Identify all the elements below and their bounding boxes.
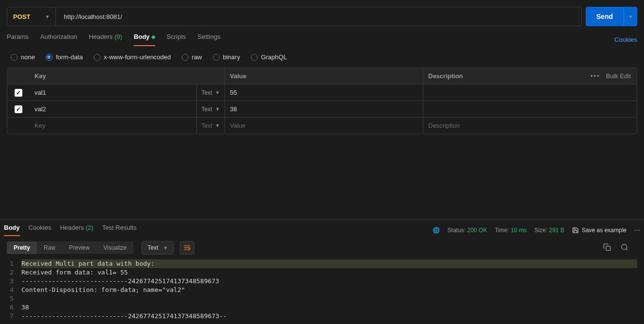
resp-tab-cookies[interactable]: Cookies: [29, 224, 52, 236]
radio-urlencoded[interactable]: x-www-form-urlencoded: [94, 53, 171, 61]
format-select[interactable]: Text▼: [141, 241, 174, 255]
tab-headers-label: Headers: [89, 33, 113, 40]
form-data-table: Key Value Description ••• Bulk Edit ✓ va…: [7, 68, 637, 134]
line-number: 1: [7, 259, 21, 268]
radio-icon: [251, 54, 258, 61]
chevron-down-icon: ▼: [215, 106, 220, 112]
value-cell[interactable]: 38: [225, 101, 423, 117]
response-body: 1Received Multi part data with body: 2Re…: [0, 259, 644, 321]
resp-tab-tests[interactable]: Test Results: [102, 224, 137, 236]
chevron-down-icon: ▼: [628, 14, 633, 19]
resp-headers-count: (2): [86, 224, 93, 231]
chevron-down-icon: ▼: [45, 14, 50, 19]
svg-rect-2: [606, 246, 610, 251]
desc-cell[interactable]: Description: [423, 118, 637, 134]
method-label: POST: [13, 13, 30, 20]
http-method-select[interactable]: POST ▼: [7, 7, 56, 26]
wrap-icon: [183, 244, 191, 252]
svg-point-3: [622, 244, 627, 250]
type-label: Text: [202, 89, 212, 96]
search-icon[interactable]: [621, 243, 628, 253]
key-cell[interactable]: val1: [30, 85, 197, 101]
col-key: Key: [30, 68, 225, 84]
tab-scripts[interactable]: Scripts: [167, 33, 186, 46]
view-visualize[interactable]: Visualize: [97, 241, 134, 254]
view-preview[interactable]: Preview: [62, 241, 97, 254]
radio-icon: [213, 54, 220, 61]
chevron-down-icon: ▼: [215, 90, 220, 95]
key-cell[interactable]: Key: [30, 118, 197, 134]
resp-tab-headers[interactable]: Headers (2): [60, 224, 93, 236]
tab-authorization[interactable]: Authorization: [40, 33, 77, 46]
radio-label: x-www-form-urlencoded: [104, 53, 171, 61]
code-line: ----------------------------242677425174…: [21, 312, 227, 321]
code-line: Received form data: val1= 55: [21, 268, 128, 277]
key-cell[interactable]: val2: [30, 101, 197, 117]
tab-body[interactable]: Body: [134, 33, 155, 46]
line-number: 5: [7, 294, 21, 303]
radio-none[interactable]: none: [11, 53, 35, 61]
line-number: 3: [7, 277, 21, 286]
radio-icon: [182, 54, 189, 61]
send-dropdown-button[interactable]: ▼: [624, 7, 637, 26]
chevron-down-icon: ▼: [163, 245, 168, 251]
radio-binary[interactable]: binary: [213, 53, 240, 61]
value-cell[interactable]: 55: [225, 85, 423, 101]
status-label: Status:: [448, 227, 466, 234]
row-checkbox[interactable]: ✓: [15, 89, 22, 97]
save-as-example-button[interactable]: Save as example: [572, 227, 627, 234]
radio-raw[interactable]: raw: [182, 53, 202, 61]
tab-headers[interactable]: Headers (9): [89, 33, 122, 46]
dot-indicator-icon: [152, 35, 155, 39]
bulk-edit-button[interactable]: Bulk Edit: [606, 72, 631, 80]
desc-cell[interactable]: [423, 85, 637, 101]
globe-icon[interactable]: 🌐: [433, 227, 440, 234]
code-line: Received Multi part data with body:: [21, 259, 637, 268]
radio-form-data[interactable]: form-data: [46, 53, 83, 61]
code-line: 38: [21, 303, 29, 312]
table-row-new: Key Text▼ Value Description: [7, 118, 637, 134]
type-select[interactable]: Text▼: [197, 101, 225, 117]
radio-label: GraphQL: [261, 53, 287, 61]
tab-settings[interactable]: Settings: [198, 33, 221, 46]
url-input[interactable]: [56, 7, 581, 26]
resp-headers-label: Headers: [60, 224, 84, 231]
response-panel: Body Cookies Headers (2) Test Results 🌐 …: [0, 220, 644, 324]
tab-body-label: Body: [134, 33, 150, 40]
row-checkbox[interactable]: ✓: [15, 105, 22, 113]
save-icon: [572, 227, 579, 234]
chevron-down-icon: ▼: [215, 123, 220, 128]
resp-tab-body[interactable]: Body: [4, 224, 20, 236]
type-label: Text: [202, 106, 212, 113]
view-pretty[interactable]: Pretty: [7, 241, 37, 254]
type-select[interactable]: Text▼: [197, 118, 225, 134]
time-value: 10 ms: [511, 227, 527, 234]
tab-params[interactable]: Params: [7, 33, 29, 46]
type-select[interactable]: Text▼: [197, 85, 225, 101]
status-value: 200 OK: [467, 227, 487, 234]
table-row: ✓ val1 Text▼ 55: [7, 85, 637, 101]
desc-cell[interactable]: [423, 101, 637, 117]
value-cell[interactable]: Value: [225, 118, 423, 134]
code-line: ----------------------------242677425174…: [21, 277, 219, 286]
format-label: Text: [148, 244, 158, 251]
radio-label: none: [21, 53, 35, 61]
radio-icon: [46, 54, 52, 61]
cookies-link[interactable]: Cookies: [614, 36, 637, 43]
radio-icon: [94, 54, 101, 61]
view-raw[interactable]: Raw: [37, 241, 62, 254]
send-button[interactable]: Send: [586, 7, 624, 26]
more-options-icon[interactable]: •••: [591, 72, 600, 80]
more-horizontal-icon[interactable]: ⋯: [634, 227, 640, 234]
radio-graphql[interactable]: GraphQL: [251, 53, 287, 61]
save-example-label: Save as example: [582, 227, 627, 234]
line-number: 7: [7, 312, 21, 321]
radio-label: raw: [192, 53, 202, 61]
copy-icon[interactable]: [603, 243, 611, 253]
svg-line-4: [626, 249, 627, 250]
col-description: Description: [423, 68, 585, 84]
wrap-lines-button[interactable]: [180, 241, 194, 255]
type-label: Text: [202, 122, 212, 129]
radio-icon: [11, 54, 17, 61]
line-number: 4: [7, 286, 21, 294]
